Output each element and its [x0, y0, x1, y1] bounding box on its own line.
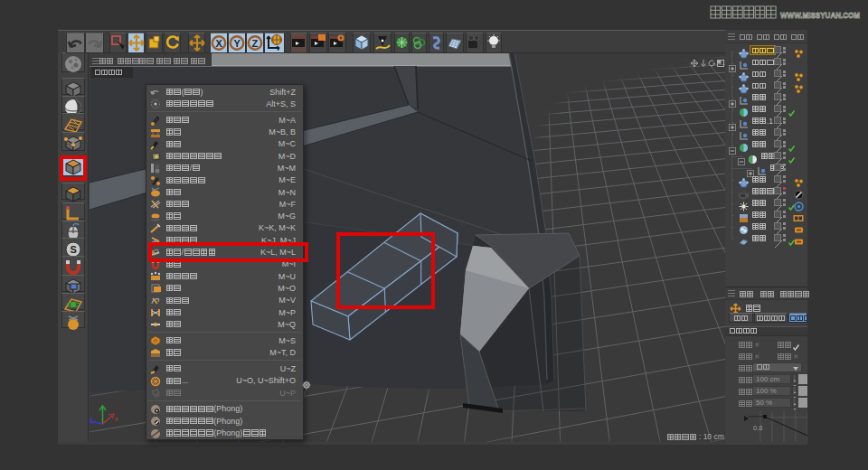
- svg-text:WWW.MISSYUAN.COM: WWW.MISSYUAN.COM: [780, 10, 860, 20]
- svg-text:Y: Y: [234, 38, 241, 49]
- svg-text:X: X: [216, 38, 223, 49]
- svg-text:x: x: [115, 416, 118, 422]
- svg-text:Z: Z: [252, 38, 259, 49]
- svg-text:S: S: [71, 244, 77, 255]
